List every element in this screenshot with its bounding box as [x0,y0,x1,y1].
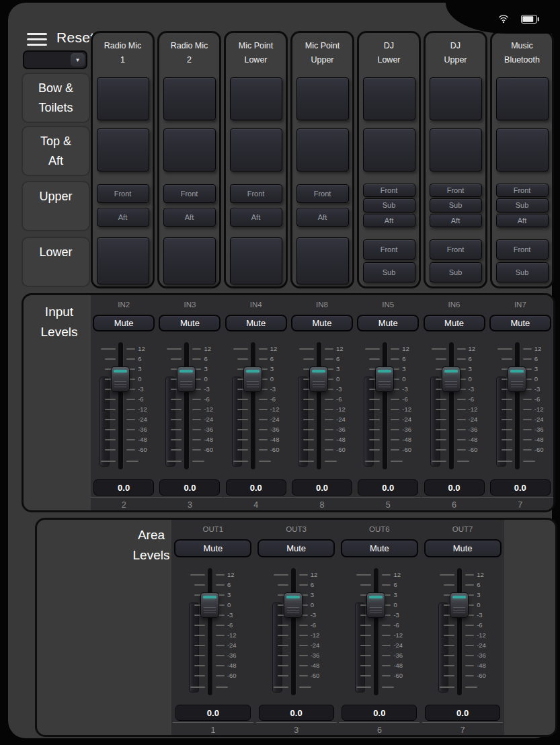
level-value: 0.0 [490,479,551,496]
fader-track[interactable] [291,568,296,695]
zone-button[interactable] [97,237,149,284]
fader-knob[interactable] [508,366,526,392]
zone-button-sub[interactable]: Sub [496,262,549,282]
battery-icon [521,15,539,24]
fader-knob[interactable] [366,592,385,618]
level-value: 0.0 [424,479,485,496]
zone-button-aft[interactable]: Aft [496,214,549,228]
zone-button[interactable] [230,128,282,171]
zone-button-sub[interactable]: Sub [496,198,549,212]
zone-button-front[interactable]: Front [296,184,349,203]
fader-knob[interactable] [284,592,303,618]
zone-button-sub[interactable]: Sub [430,198,482,212]
reset-button[interactable]: Reset [56,30,94,46]
zone-button[interactable] [296,237,349,284]
fader-knob[interactable] [200,592,219,618]
menu-icon[interactable] [27,33,47,49]
fader-track[interactable] [118,342,123,469]
fader-knob-groove [511,381,523,382]
fader-knob[interactable] [442,366,461,392]
zone-button-aft[interactable]: Aft [97,208,149,227]
mute-button[interactable]: Mute [357,315,419,331]
tick-label: -24 [311,641,329,650]
fader-track[interactable] [457,568,462,695]
zone-button[interactable] [230,77,282,120]
zone-button-aft[interactable]: Aft [230,208,282,227]
channel-label: OUT1 [203,525,224,536]
zone-button[interactable] [296,77,349,120]
mute-button[interactable]: Mute [489,315,551,331]
tick-label: 0 [469,375,487,383]
zone-button[interactable] [496,128,549,171]
zone-button-front[interactable]: Front [163,184,216,203]
zone-button[interactable] [363,77,415,120]
mute-button[interactable]: Mute [424,539,502,557]
tick-mark [216,584,225,586]
tick-mark [101,348,116,350]
mute-button[interactable]: Mute [257,539,335,557]
zone-button[interactable] [496,77,549,120]
mute-button[interactable]: Mute [159,315,221,331]
tick-mark [278,655,288,656]
zone-button-sub[interactable]: Sub [363,262,415,282]
matrix-column: DJLowerFrontSubAftFrontSub [357,31,421,288]
fader: 12630-3-6-12-24-36-48-60 [422,338,487,473]
fader-track[interactable] [317,342,321,469]
zone-button-front[interactable]: Front [430,239,482,260]
tick-mark [126,429,135,430]
fader-track[interactable] [251,342,255,469]
fader-track[interactable] [374,568,378,695]
zone-button[interactable] [430,77,482,120]
fader-knob[interactable] [375,366,394,392]
zone-button[interactable] [163,128,216,171]
fader-knob[interactable] [111,366,130,392]
zone-button-front[interactable]: Front [430,184,482,198]
mute-button[interactable]: Mute [424,315,485,331]
channel-strip: IN5Mute12630-3-6-12-24-36-48-600.05 [355,295,421,510]
fader-track[interactable] [515,342,520,469]
tick-mark [325,409,333,410]
fader-track[interactable] [208,568,212,695]
fader-knob[interactable] [177,366,196,392]
zone-button[interactable] [363,128,415,171]
zone-button-aft[interactable]: Aft [296,208,349,227]
zone-button[interactable] [230,237,282,284]
fader-knob[interactable] [309,366,328,392]
tick-mark [216,687,228,688]
zone-button-front[interactable]: Front [363,184,415,198]
mute-button[interactable]: Mute [93,315,155,331]
mute-button[interactable]: Mute [291,315,353,331]
zone-button-aft[interactable]: Aft [163,208,216,227]
matrix-cell [159,73,219,124]
fader-track[interactable] [383,342,387,469]
zone-button-aft[interactable]: Aft [363,214,415,228]
channel-number: 6 [377,726,382,735]
zone-button-sub[interactable]: Sub [430,262,482,282]
fader-knob-accent [510,370,524,372]
zone-button[interactable] [97,128,149,171]
zone-button-aft[interactable]: Aft [430,214,482,228]
zone-button[interactable] [163,237,216,284]
tick-label: 12 [477,571,495,579]
fader-track[interactable] [449,342,454,469]
zone-button-front[interactable]: Front [496,239,549,260]
mute-button[interactable]: Mute [225,315,287,331]
zone-button-sub[interactable]: Sub [363,198,415,212]
preset-dropdown[interactable]: ▼ [23,50,87,69]
zone-button-front[interactable]: Front [496,184,549,198]
zone-button[interactable] [296,128,349,171]
fader-knob-accent [312,370,325,372]
zone-button-front[interactable]: Front [363,239,415,260]
fader-knob[interactable] [243,366,262,392]
tick-mark [523,348,532,350]
zone-button[interactable] [163,77,216,120]
zone-button[interactable] [430,128,482,171]
zone-button[interactable] [97,77,149,120]
mute-button[interactable]: Mute [341,539,418,557]
fader-knob[interactable] [450,592,469,618]
zone-button-front[interactable]: Front [97,184,149,203]
chevron-down-icon[interactable]: ▼ [71,53,85,67]
tick-mark [299,584,308,586]
zone-button-front[interactable]: Front [230,184,282,203]
fader-track[interactable] [184,342,189,469]
